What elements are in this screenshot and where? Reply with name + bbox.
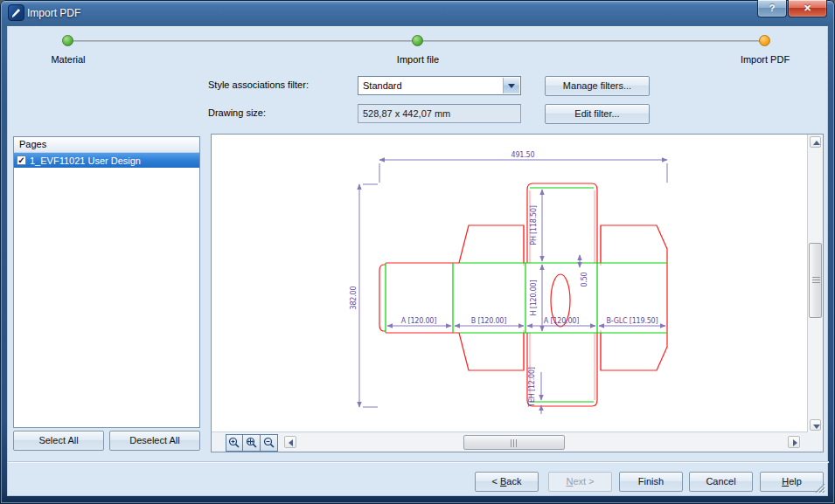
window-title: Import PDF: [27, 7, 80, 19]
page-checkbox[interactable]: ✓: [17, 155, 26, 165]
horizontal-scroll-thumb[interactable]: [463, 435, 565, 450]
chevron-down-icon: [508, 84, 515, 88]
preview-bottom-bar: [212, 432, 808, 452]
preview-vertical-scrollbar[interactable]: [808, 135, 823, 432]
manage-filters-button[interactable]: Manage filters...: [545, 76, 650, 96]
scroll-grip-icon: [812, 277, 820, 283]
dim-ph: PH [118.50]: [530, 205, 538, 245]
cancel-button[interactable]: Cancel: [689, 472, 753, 492]
drawing-size-value: 528,87 x 442,07 mm: [363, 108, 450, 119]
wizard-step-label-import-pdf: Import PDF: [741, 54, 790, 65]
wizard-step-dot-import-file: [412, 35, 423, 46]
cut-lines: [379, 183, 667, 406]
crease-lines: [386, 188, 667, 402]
finish-button[interactable]: Finish: [619, 472, 683, 492]
deselect-all-button[interactable]: Deselect All: [109, 431, 200, 451]
help-icon: ?: [769, 3, 776, 13]
glue-flap-outline: [379, 265, 386, 331]
style-filter-value: Standard: [363, 80, 402, 91]
dust-flap-top-left: [459, 225, 524, 263]
wizard-step-label-import-file: Import file: [397, 54, 439, 65]
dim-total-height: 382.00: [350, 286, 358, 309]
scroll-up-button[interactable]: [810, 136, 821, 148]
select-all-button[interactable]: Select All: [13, 431, 104, 451]
resize-grip[interactable]: [813, 481, 825, 494]
scroll-right-button[interactable]: [788, 436, 800, 448]
pages-panel: Pages ✓ 1_EVF11021 User Design: [13, 136, 200, 428]
page-label: 1_EVF11021 User Design: [30, 155, 141, 166]
dust-flaps-right: [601, 225, 667, 370]
window-help-button[interactable]: ?: [757, 0, 787, 17]
edit-filter-button[interactable]: Edit filter...: [545, 104, 650, 124]
scroll-down-button[interactable]: [810, 419, 821, 431]
zoom-fit-icon: [246, 437, 258, 449]
dim-a1: A [120.00]: [401, 317, 436, 325]
scroll-left-icon: [289, 439, 293, 446]
checkmark-icon: ✓: [17, 155, 24, 165]
zoom-toolbar: [226, 434, 278, 452]
scroll-down-icon: [813, 425, 820, 429]
zoom-out-button[interactable]: [261, 434, 278, 452]
dieline-drawing: 491.50 382.00 PH [118.50] H [120.00] 0.5…: [212, 135, 808, 432]
drawing-size-field: 528,87 x 442,07 mm: [358, 104, 521, 123]
back-button[interactable]: < Back: [475, 472, 539, 492]
bottom-tuck-flap: [527, 333, 597, 406]
next-button: Next >: [548, 472, 612, 492]
scroll-up-icon: [813, 141, 820, 145]
zoom-in-icon: [228, 437, 240, 449]
back-label: <: [492, 476, 500, 487]
zoom-out-icon: [263, 437, 275, 449]
dim-offset: 0.50: [581, 272, 588, 287]
window-close-button[interactable]: ✕: [788, 0, 827, 17]
close-icon: ✕: [804, 3, 811, 13]
drawing-size-label: Drawing size:: [208, 107, 266, 118]
drawing-canvas: 491.50 382.00 PH [118.50] H [120.00] 0.5…: [212, 135, 808, 432]
list-item[interactable]: ✓ 1_EVF11021 User Design: [14, 153, 199, 168]
wizard-step-label-material: Material: [51, 54, 85, 65]
scroll-grip-icon: [511, 439, 517, 447]
dim-teh: TEH [12.00]: [528, 367, 536, 408]
dust-flap-bottom-left: [459, 333, 524, 370]
dim-b1: B [120.00]: [471, 317, 506, 325]
style-filter-select[interactable]: Standard: [358, 76, 521, 95]
scroll-left-button[interactable]: [284, 436, 296, 448]
pages-header: Pages: [14, 137, 199, 153]
titlebar[interactable]: Import PDF ? ✕: [0, 0, 835, 26]
dim-a2: A [120.00]: [544, 317, 579, 325]
scroll-right-icon: [793, 439, 797, 446]
zoom-fit-button[interactable]: [243, 434, 261, 452]
preview-frame: 491.50 382.00 PH [118.50] H [120.00] 0.5…: [211, 134, 824, 452]
vertical-scroll-thumb[interactable]: [809, 243, 822, 318]
combo-dropdown-button[interactable]: [503, 78, 519, 93]
preview-horizontal-scrollbar[interactable]: [283, 434, 801, 451]
app-logo-icon: [8, 4, 24, 21]
style-filter-label: Style associations filter:: [208, 79, 309, 90]
top-tuck-flap: [527, 183, 597, 263]
dimension-lines: [359, 160, 667, 414]
zoom-in-button[interactable]: [226, 434, 243, 452]
dim-h: H [120.00]: [530, 280, 538, 316]
footer-divider: [8, 461, 829, 463]
dim-total-width: 491.50: [511, 151, 535, 159]
wizard-step-dot-import-pdf: [759, 35, 770, 46]
wizard-step-dot-material: [62, 35, 73, 46]
dialog-body: Material Import file Import PDF Style as…: [7, 26, 828, 496]
dim-bglc: B-GLC [119.50]: [607, 317, 658, 325]
dimension-labels: 491.50 382.00 PH [118.50] H [120.00] 0.5…: [350, 151, 658, 408]
import-pdf-dialog: Import PDF ? ✕ Material Import file Impo…: [0, 0, 835, 504]
